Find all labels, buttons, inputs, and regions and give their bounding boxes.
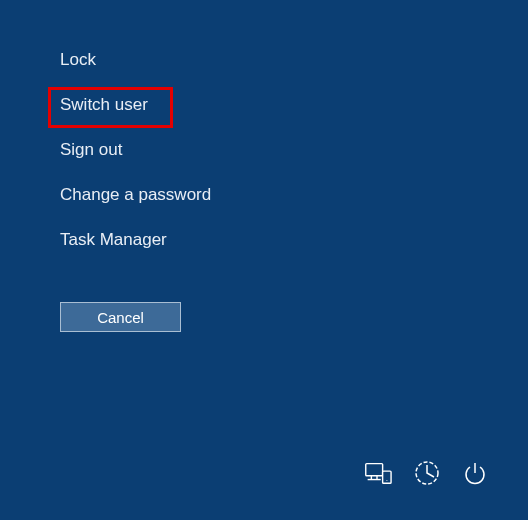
power-icon[interactable] <box>462 460 488 490</box>
svg-rect-4 <box>383 471 391 483</box>
menu-item-change-password[interactable]: Change a password <box>60 185 211 205</box>
system-tray <box>362 460 488 490</box>
menu-item-switch-user[interactable]: Switch user <box>60 95 148 115</box>
ease-of-access-icon[interactable] <box>414 460 440 490</box>
menu-item-lock[interactable]: Lock <box>60 50 96 70</box>
menu-item-task-manager[interactable]: Task Manager <box>60 230 167 250</box>
security-options-menu: Lock Switch user Sign out Change a passw… <box>60 50 211 275</box>
network-icon[interactable] <box>362 460 392 490</box>
svg-rect-0 <box>366 464 383 476</box>
menu-item-sign-out[interactable]: Sign out <box>60 140 122 160</box>
cancel-button[interactable]: Cancel <box>60 302 181 332</box>
